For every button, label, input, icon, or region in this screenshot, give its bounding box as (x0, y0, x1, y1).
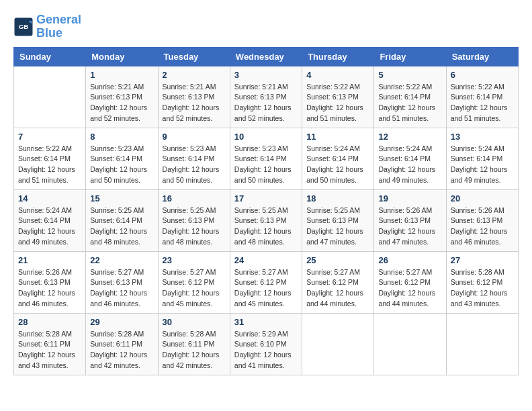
calendar-cell: 24Sunrise: 5:27 AMSunset: 6:12 PMDayligh… (230, 251, 302, 313)
logo: GB GeneralBlue (13, 13, 81, 40)
day-number: 4 (306, 70, 369, 80)
calendar-cell: 20Sunrise: 5:26 AMSunset: 6:13 PMDayligh… (446, 189, 518, 251)
column-header-thursday: Thursday (302, 47, 374, 66)
day-info: Sunrise: 5:28 AMSunset: 6:11 PMDaylight:… (18, 329, 81, 371)
calendar-cell: 19Sunrise: 5:26 AMSunset: 6:13 PMDayligh… (374, 189, 446, 251)
day-info: Sunrise: 5:27 AMSunset: 6:12 PMDaylight:… (306, 267, 369, 310)
day-number: 15 (90, 193, 153, 203)
calendar-cell: 2Sunrise: 5:21 AMSunset: 6:13 PMDaylight… (158, 66, 230, 128)
calendar-cell: 17Sunrise: 5:25 AMSunset: 6:13 PMDayligh… (230, 189, 302, 251)
calendar-cell: 9Sunrise: 5:23 AMSunset: 6:14 PMDaylight… (158, 128, 230, 189)
day-number: 10 (234, 132, 298, 142)
calendar-cell: 18Sunrise: 5:25 AMSunset: 6:13 PMDayligh… (302, 189, 374, 251)
calendar-cell: 26Sunrise: 5:27 AMSunset: 6:12 PMDayligh… (374, 251, 446, 313)
day-info: Sunrise: 5:26 AMSunset: 6:13 PMDaylight:… (18, 267, 81, 310)
calendar-cell: 30Sunrise: 5:28 AMSunset: 6:11 PMDayligh… (158, 313, 230, 375)
calendar-cell: 11Sunrise: 5:24 AMSunset: 6:14 PMDayligh… (302, 128, 374, 189)
day-info: Sunrise: 5:24 AMSunset: 6:14 PMDaylight:… (306, 144, 369, 186)
column-header-tuesday: Tuesday (158, 47, 230, 66)
day-info: Sunrise: 5:25 AMSunset: 6:13 PMDaylight:… (163, 205, 226, 248)
day-info: Sunrise: 5:24 AMSunset: 6:14 PMDaylight:… (451, 144, 514, 186)
day-info: Sunrise: 5:25 AMSunset: 6:14 PMDaylight:… (90, 205, 153, 248)
calendar-cell: 22Sunrise: 5:27 AMSunset: 6:13 PMDayligh… (86, 251, 158, 313)
day-number: 7 (18, 132, 81, 142)
day-number: 24 (234, 255, 298, 265)
day-number: 11 (306, 132, 369, 142)
page-header: GB GeneralBlue (13, 13, 519, 40)
day-info: Sunrise: 5:28 AMSunset: 6:11 PMDaylight:… (90, 329, 153, 371)
calendar-cell: 12Sunrise: 5:24 AMSunset: 6:14 PMDayligh… (374, 128, 446, 189)
calendar-cell: 10Sunrise: 5:23 AMSunset: 6:14 PMDayligh… (230, 128, 302, 189)
day-number: 23 (163, 255, 226, 265)
day-info: Sunrise: 5:27 AMSunset: 6:12 PMDaylight:… (378, 267, 441, 310)
calendar-cell: 28Sunrise: 5:28 AMSunset: 6:11 PMDayligh… (14, 313, 86, 375)
column-header-monday: Monday (86, 47, 158, 66)
calendar-cell (374, 313, 446, 375)
day-number: 9 (163, 132, 226, 142)
calendar-cell: 14Sunrise: 5:24 AMSunset: 6:14 PMDayligh… (14, 189, 86, 251)
day-number: 12 (378, 132, 441, 142)
day-info: Sunrise: 5:23 AMSunset: 6:14 PMDaylight:… (234, 144, 298, 186)
calendar-cell: 4Sunrise: 5:22 AMSunset: 6:13 PMDaylight… (302, 66, 374, 128)
calendar-cell (446, 313, 518, 375)
day-number: 6 (451, 70, 514, 80)
day-number: 5 (378, 70, 441, 80)
day-number: 16 (163, 193, 226, 203)
day-number: 21 (18, 255, 81, 265)
calendar-cell (14, 66, 86, 128)
day-info: Sunrise: 5:23 AMSunset: 6:14 PMDaylight:… (90, 144, 153, 186)
calendar-cell: 31Sunrise: 5:29 AMSunset: 6:10 PMDayligh… (230, 313, 302, 375)
day-info: Sunrise: 5:26 AMSunset: 6:13 PMDaylight:… (451, 205, 514, 248)
day-info: Sunrise: 5:21 AMSunset: 6:13 PMDaylight:… (234, 82, 298, 124)
calendar-cell: 29Sunrise: 5:28 AMSunset: 6:11 PMDayligh… (86, 313, 158, 375)
day-info: Sunrise: 5:25 AMSunset: 6:13 PMDaylight:… (234, 205, 298, 248)
calendar-cell: 25Sunrise: 5:27 AMSunset: 6:12 PMDayligh… (302, 251, 374, 313)
day-info: Sunrise: 5:27 AMSunset: 6:13 PMDaylight:… (90, 267, 153, 310)
day-number: 1 (90, 70, 153, 80)
day-info: Sunrise: 5:24 AMSunset: 6:14 PMDaylight:… (18, 205, 81, 248)
day-info: Sunrise: 5:24 AMSunset: 6:14 PMDaylight:… (378, 144, 441, 186)
day-number: 18 (306, 193, 369, 203)
day-number: 3 (234, 70, 298, 80)
day-info: Sunrise: 5:22 AMSunset: 6:14 PMDaylight:… (18, 144, 81, 186)
day-info: Sunrise: 5:22 AMSunset: 6:14 PMDaylight:… (451, 82, 514, 124)
day-number: 29 (90, 317, 153, 327)
calendar-cell: 15Sunrise: 5:25 AMSunset: 6:14 PMDayligh… (86, 189, 158, 251)
day-number: 19 (378, 193, 441, 203)
day-info: Sunrise: 5:27 AMSunset: 6:12 PMDaylight:… (234, 267, 298, 310)
day-number: 26 (378, 255, 441, 265)
day-info: Sunrise: 5:29 AMSunset: 6:10 PMDaylight:… (234, 329, 298, 371)
calendar-cell: 6Sunrise: 5:22 AMSunset: 6:14 PMDaylight… (446, 66, 518, 128)
calendar-cell: 16Sunrise: 5:25 AMSunset: 6:13 PMDayligh… (158, 189, 230, 251)
calendar-header: SundayMondayTuesdayWednesdayThursdayFrid… (14, 47, 519, 66)
day-info: Sunrise: 5:21 AMSunset: 6:13 PMDaylight:… (163, 82, 226, 124)
day-number: 8 (90, 132, 153, 142)
day-number: 20 (451, 193, 514, 203)
calendar-week-2: 7Sunrise: 5:22 AMSunset: 6:14 PMDaylight… (14, 128, 519, 189)
day-info: Sunrise: 5:28 AMSunset: 6:11 PMDaylight:… (163, 329, 226, 371)
column-header-wednesday: Wednesday (230, 47, 302, 66)
day-number: 30 (163, 317, 226, 327)
column-header-sunday: Sunday (14, 47, 86, 66)
calendar-cell: 1Sunrise: 5:21 AMSunset: 6:13 PMDaylight… (86, 66, 158, 128)
calendar-cell: 7Sunrise: 5:22 AMSunset: 6:14 PMDaylight… (14, 128, 86, 189)
calendar-cell: 21Sunrise: 5:26 AMSunset: 6:13 PMDayligh… (14, 251, 86, 313)
day-number: 17 (234, 193, 298, 203)
day-number: 25 (306, 255, 369, 265)
calendar-table: SundayMondayTuesdayWednesdayThursdayFrid… (13, 47, 519, 375)
day-info: Sunrise: 5:22 AMSunset: 6:14 PMDaylight:… (378, 82, 441, 124)
day-number: 22 (90, 255, 153, 265)
day-number: 2 (163, 70, 226, 80)
calendar-week-5: 28Sunrise: 5:28 AMSunset: 6:11 PMDayligh… (14, 313, 519, 375)
calendar-cell: 13Sunrise: 5:24 AMSunset: 6:14 PMDayligh… (446, 128, 518, 189)
day-number: 31 (234, 317, 298, 327)
calendar-cell: 23Sunrise: 5:27 AMSunset: 6:12 PMDayligh… (158, 251, 230, 313)
calendar-cell: 3Sunrise: 5:21 AMSunset: 6:13 PMDaylight… (230, 66, 302, 128)
column-header-friday: Friday (374, 47, 446, 66)
day-info: Sunrise: 5:21 AMSunset: 6:13 PMDaylight:… (90, 82, 153, 124)
day-info: Sunrise: 5:26 AMSunset: 6:13 PMDaylight:… (378, 205, 441, 248)
day-info: Sunrise: 5:25 AMSunset: 6:13 PMDaylight:… (306, 205, 369, 248)
logo-icon: GB (13, 17, 34, 37)
day-number: 13 (451, 132, 514, 142)
calendar-cell: 8Sunrise: 5:23 AMSunset: 6:14 PMDaylight… (86, 128, 158, 189)
